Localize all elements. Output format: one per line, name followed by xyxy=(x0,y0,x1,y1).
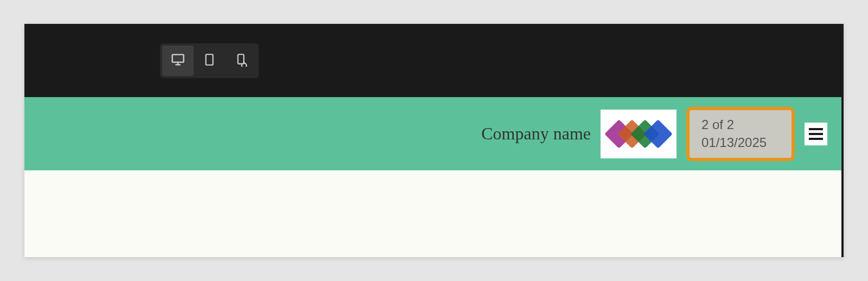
device-desktop-button[interactable] xyxy=(162,46,194,76)
svg-rect-4 xyxy=(238,54,244,63)
company-logo xyxy=(601,110,676,158)
device-tablet-button[interactable] xyxy=(194,46,225,76)
scrollbar-track[interactable] xyxy=(841,97,844,257)
tablet-icon xyxy=(202,53,216,69)
info-pill-highlighted[interactable]: 2 of 2 01/13/2025 xyxy=(686,107,795,161)
device-mobile-button[interactable] xyxy=(225,46,257,76)
menu-button[interactable] xyxy=(805,123,827,145)
info-count-text: 2 of 2 xyxy=(701,116,780,133)
page-content xyxy=(24,170,844,257)
svg-rect-3 xyxy=(206,54,213,65)
site-header: Company name 2 of 2 01/13/2025 xyxy=(24,97,844,170)
mobile-rotate-icon xyxy=(234,53,248,69)
info-date-text: 01/13/2025 xyxy=(701,134,780,151)
desktop-icon xyxy=(170,52,186,69)
app-window: Company name 2 of 2 01/13/2025 xyxy=(24,24,844,257)
hamburger-icon xyxy=(809,128,823,140)
company-name-label: Company name xyxy=(481,124,591,144)
editor-top-bar xyxy=(24,24,844,97)
device-preview-group xyxy=(160,43,259,78)
logo-diamond-row xyxy=(609,124,668,144)
svg-rect-0 xyxy=(173,54,184,62)
